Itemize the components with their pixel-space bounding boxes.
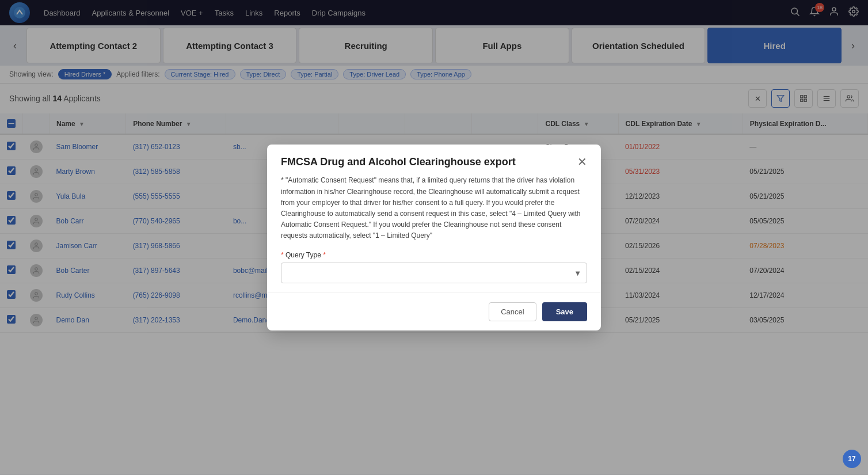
query-type-select-wrap: 1 – Limited Query 4 – Limited Query with… bbox=[281, 263, 587, 283]
modal-header: FMCSA Drug and Alcohol Clearinghouse exp… bbox=[267, 145, 601, 175]
modal-overlay: FMCSA Drug and Alcohol Clearinghouse exp… bbox=[0, 0, 868, 474]
query-type-label: * Query Type * bbox=[281, 251, 587, 259]
save-button[interactable]: Save bbox=[542, 302, 587, 321]
modal-body: * "Automatic Consent Request" means that… bbox=[267, 175, 601, 292]
cancel-button[interactable]: Cancel bbox=[489, 302, 536, 321]
query-type-select[interactable]: 1 – Limited Query 4 – Limited Query with… bbox=[281, 263, 587, 283]
modal-footer: Cancel Save bbox=[267, 292, 601, 330]
modal-title: FMCSA Drug and Alcohol Clearinghouse exp… bbox=[281, 156, 516, 168]
corner-badge[interactable]: 17 bbox=[843, 450, 861, 468]
modal-close-button[interactable]: ✕ bbox=[577, 156, 587, 168]
fmcsa-modal: FMCSA Drug and Alcohol Clearinghouse exp… bbox=[267, 145, 601, 330]
modal-description: * "Automatic Consent Request" means that… bbox=[281, 175, 587, 241]
